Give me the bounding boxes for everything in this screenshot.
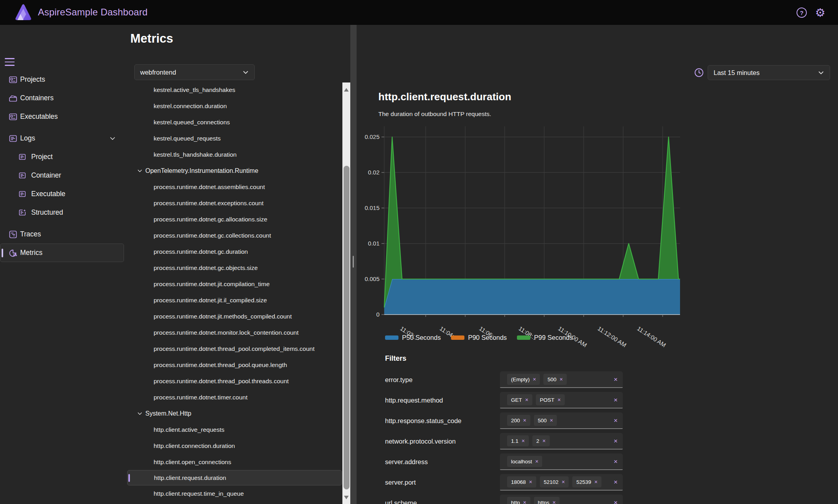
filter-clear-icon[interactable]: × bbox=[614, 392, 618, 408]
chip-remove-icon[interactable]: × bbox=[529, 479, 532, 485]
filter-row-network.protocol.version: network.protocol.version1.1×2×× bbox=[385, 431, 630, 452]
resource-select[interactable]: webfrontend bbox=[134, 64, 255, 80]
chip-remove-icon[interactable]: × bbox=[525, 397, 528, 403]
sidebar-item-label: Container bbox=[31, 171, 61, 180]
metric-item-process.runtime.dotnet.jit.compilation_time[interactable]: process.runtime.dotnet.jit.compilation_t… bbox=[124, 276, 342, 292]
filter-chip-value: (Empty) bbox=[511, 377, 530, 382]
scroll-down-icon[interactable] bbox=[344, 496, 349, 499]
filter-clear-icon[interactable]: × bbox=[614, 412, 618, 429]
metric-item-process.runtime.dotnet.thread_pool.threads.count[interactable]: process.runtime.dotnet.thread_pool.threa… bbox=[124, 373, 342, 389]
metric-item-process.runtime.dotnet.gc.duration[interactable]: process.runtime.dotnet.gc.duration bbox=[124, 244, 342, 260]
filter-chip-value: https bbox=[538, 500, 549, 504]
metric-item-process.runtime.dotnet.monitor.lock_contention.count[interactable]: process.runtime.dotnet.monitor.lock_cont… bbox=[124, 324, 342, 341]
sidebar-item-executable[interactable]: Executable bbox=[0, 185, 124, 203]
filter-values-field[interactable]: 18068×52102×52539×× bbox=[500, 474, 623, 491]
metric-item-http.client.request.time_in_queue[interactable]: http.client.request.time_in_queue bbox=[124, 485, 342, 502]
metric-item-process.runtime.dotnet.exceptions.count[interactable]: process.runtime.dotnet.exceptions.count bbox=[124, 195, 342, 211]
sidebar-item-metrics[interactable]: Metrics bbox=[0, 244, 124, 262]
splitter-grip-icon bbox=[353, 256, 354, 268]
svg-text:0.005: 0.005 bbox=[365, 275, 380, 282]
sidebar-item-traces[interactable]: Traces bbox=[0, 225, 124, 244]
metric-item-process.runtime.dotnet.assemblies.count[interactable]: process.runtime.dotnet.assemblies.count bbox=[124, 179, 342, 195]
resource-select-value: webfrontend bbox=[140, 69, 242, 76]
legend-swatch bbox=[451, 335, 464, 340]
scroll-up-icon[interactable] bbox=[344, 88, 349, 92]
metric-item-http.client.open_connections[interactable]: http.client.open_connections bbox=[124, 454, 342, 470]
filter-clear-icon[interactable]: × bbox=[614, 433, 618, 450]
filter-clear-icon[interactable]: × bbox=[614, 453, 618, 470]
chart-legend: P50 SecondsP90 SecondsP99 Seconds bbox=[385, 334, 573, 341]
metric-label: process.runtime.dotnet.gc.allocations.si… bbox=[154, 216, 267, 223]
menu-toggle-button[interactable] bbox=[5, 58, 15, 66]
metric-item-kestrel.active_tls_handshakes[interactable]: kestrel.active_tls_handshakes bbox=[124, 82, 342, 98]
metric-item-process.runtime.dotnet.gc.objects.size[interactable]: process.runtime.dotnet.gc.objects.size bbox=[124, 260, 342, 276]
metric-item-process.runtime.dotnet.gc.collections.count[interactable]: process.runtime.dotnet.gc.collections.co… bbox=[124, 227, 342, 244]
chevron-down-icon bbox=[137, 168, 143, 174]
metric-item-http.client.request.duration[interactable]: http.client.request.duration bbox=[127, 470, 342, 485]
chip-remove-icon[interactable]: × bbox=[533, 376, 536, 382]
legend-item-p90[interactable]: P90 Seconds bbox=[451, 334, 507, 341]
metric-item-process.runtime.dotnet.thread_pool.completed_items.count[interactable]: process.runtime.dotnet.thread_pool.compl… bbox=[124, 341, 342, 357]
metric-item-kestrel.connection.duration[interactable]: kestrel.connection.duration bbox=[124, 98, 342, 114]
sidebar-item-label: Containers bbox=[20, 94, 54, 102]
filter-chip-value: GET bbox=[511, 397, 522, 403]
tree-scrollbar-thumb[interactable] bbox=[344, 166, 349, 489]
filter-values-field[interactable]: 200×500×× bbox=[500, 412, 623, 429]
filter-values-field[interactable]: http×https×× bbox=[500, 495, 623, 504]
chip-remove-icon[interactable]: × bbox=[550, 417, 553, 423]
metric-label: OpenTelemetry.Instrumentation.Runtime bbox=[145, 167, 258, 174]
filter-values-field[interactable]: localhost×× bbox=[500, 453, 623, 470]
chip-remove-icon[interactable]: × bbox=[523, 417, 526, 423]
filter-clear-icon[interactable]: × bbox=[614, 474, 618, 491]
metric-item-kestrel.queued_connections[interactable]: kestrel.queued_connections bbox=[124, 114, 342, 130]
metric-item-process.runtime.dotnet.timer.count[interactable]: process.runtime.dotnet.timer.count bbox=[124, 389, 342, 405]
metric-label: process.runtime.dotnet.gc.collections.co… bbox=[154, 232, 271, 239]
filter-values-field[interactable]: (Empty)×500×× bbox=[500, 371, 623, 388]
filter-clear-icon[interactable]: × bbox=[614, 495, 618, 504]
help-button[interactable]: ? bbox=[796, 7, 808, 19]
sidebar-item-label: Logs bbox=[20, 134, 35, 142]
chip-remove-icon[interactable]: × bbox=[523, 499, 526, 504]
sidebar-item-container[interactable]: Container bbox=[0, 166, 124, 185]
sidebar-item-logs[interactable]: Logs bbox=[0, 129, 124, 148]
metric-group-OpenTelemetry.Instrumentation.Runtime[interactable]: OpenTelemetry.Instrumentation.Runtime bbox=[124, 163, 342, 179]
filters-heading: Filters bbox=[385, 354, 406, 363]
metric-item-kestrel.tls_handshake.duration[interactable]: kestrel.tls_handshake.duration bbox=[124, 146, 342, 163]
time-range-select[interactable]: Last 15 minutes bbox=[708, 65, 830, 80]
legend-item-p50[interactable]: P50 Seconds bbox=[385, 334, 441, 341]
metric-item-process.runtime.dotnet.jit.methods_compiled.count[interactable]: process.runtime.dotnet.jit.methods_compi… bbox=[124, 308, 342, 324]
svg-text:0: 0 bbox=[376, 311, 380, 318]
filter-chip: 52102× bbox=[540, 476, 569, 487]
sidebar-item-structured[interactable]: Structured bbox=[0, 203, 124, 222]
legend-item-p99[interactable]: P99 Seconds bbox=[517, 334, 573, 341]
metric-item-kestrel.queued_requests[interactable]: kestrel.queued_requests bbox=[124, 130, 342, 146]
chip-remove-icon[interactable]: × bbox=[560, 376, 563, 382]
filter-values-field[interactable]: 1.1×2×× bbox=[500, 433, 623, 450]
metric-group-System.Net.Http[interactable]: System.Net.Http bbox=[124, 405, 342, 422]
chip-remove-icon[interactable]: × bbox=[522, 438, 525, 444]
filter-label: server.port bbox=[385, 472, 416, 493]
metric-item-http.client.connection.duration[interactable]: http.client.connection.duration bbox=[124, 438, 342, 454]
metric-item-process.runtime.dotnet.thread_pool.queue.length[interactable]: process.runtime.dotnet.thread_pool.queue… bbox=[124, 357, 342, 373]
chip-remove-icon[interactable]: × bbox=[562, 479, 565, 485]
filter-chip: 200× bbox=[507, 415, 530, 426]
sidebar-item-executables[interactable]: Executables bbox=[0, 107, 124, 126]
chip-remove-icon[interactable]: × bbox=[594, 479, 597, 485]
metric-label: System.Net.Http bbox=[145, 410, 191, 417]
filter-values-field[interactable]: GET×POST×× bbox=[500, 392, 623, 408]
chip-remove-icon[interactable]: × bbox=[542, 438, 545, 444]
filter-clear-icon[interactable]: × bbox=[614, 371, 618, 388]
sidebar-item-project[interactable]: Project bbox=[0, 148, 124, 166]
settings-button[interactable]: ⚙ bbox=[814, 7, 826, 19]
metric-item-process.runtime.dotnet.gc.allocations.size[interactable]: process.runtime.dotnet.gc.allocations.si… bbox=[124, 211, 342, 227]
sidebar-item-containers[interactable]: Containers bbox=[0, 89, 124, 107]
sidebar-item-projects[interactable]: Projects bbox=[0, 70, 124, 89]
metric-item-process.runtime.dotnet.jit.il_compiled.size[interactable]: process.runtime.dotnet.jit.il_compiled.s… bbox=[124, 292, 342, 308]
hamburger-icon bbox=[5, 58, 15, 59]
chip-remove-icon[interactable]: × bbox=[535, 458, 538, 465]
chip-remove-icon[interactable]: × bbox=[552, 499, 556, 504]
filter-chip: 500× bbox=[543, 374, 567, 385]
metric-item-http.client.active_requests[interactable]: http.client.active_requests bbox=[124, 422, 342, 438]
chip-remove-icon[interactable]: × bbox=[558, 397, 561, 403]
metrics-icon bbox=[8, 248, 18, 258]
